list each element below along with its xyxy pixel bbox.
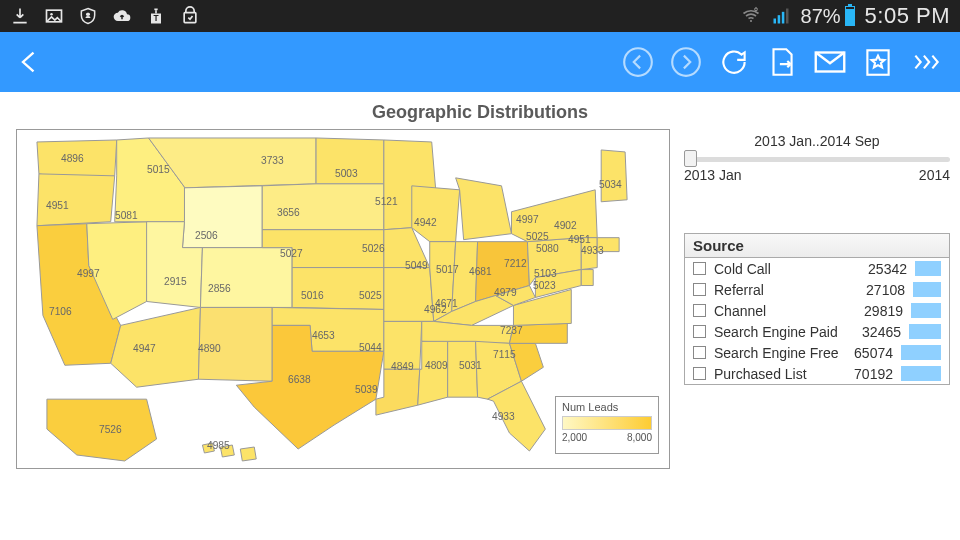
- legend-min: 2,000: [562, 432, 587, 443]
- android-status-bar: T 87% 5:05 PM: [0, 0, 960, 32]
- checkbox[interactable]: [693, 304, 706, 317]
- state-value-az: 4947: [133, 343, 156, 354]
- state-value-mo: 5025: [359, 290, 382, 301]
- source-row[interactable]: Search Engine Paid32465: [685, 321, 949, 342]
- checkbox[interactable]: [693, 346, 706, 359]
- state-value-va: 4979: [494, 287, 517, 298]
- state-ks[interactable]: [292, 268, 384, 310]
- state-value-la: 5039: [355, 384, 378, 395]
- state-mi[interactable]: [456, 178, 512, 240]
- more-button[interactable]: [902, 38, 950, 86]
- tmobile-icon: T: [146, 6, 166, 26]
- svg-point-7: [749, 20, 751, 22]
- state-value-tx: 6638: [288, 374, 311, 385]
- source-bar: [901, 366, 941, 381]
- state-value-wv: 4681: [469, 266, 492, 277]
- source-value: 70192: [843, 366, 893, 382]
- state-value-ne: 5027: [280, 248, 303, 259]
- us-map[interactable]: 4896495149977106501550812915494748902856…: [16, 129, 670, 469]
- nav-next-button[interactable]: [662, 38, 710, 86]
- svg-rect-3: [154, 9, 157, 11]
- state-ms[interactable]: [418, 341, 448, 405]
- state-wi[interactable]: [412, 186, 460, 242]
- legend-gradient: [562, 416, 652, 430]
- refresh-button[interactable]: [710, 38, 758, 86]
- svg-rect-9: [777, 15, 780, 23]
- email-button[interactable]: [806, 38, 854, 86]
- signal-icon: [771, 6, 791, 26]
- source-header: Source: [685, 234, 949, 258]
- wifi-icon: [741, 6, 761, 26]
- state-value-ca2: 7106: [49, 306, 72, 317]
- slider-max-label: 2014: [919, 167, 950, 183]
- source-name: Purchased List: [714, 366, 843, 382]
- source-bar: [915, 261, 941, 276]
- state-me[interactable]: [601, 150, 627, 202]
- state-value-pa: 5025: [526, 231, 549, 242]
- svg-rect-8: [773, 19, 776, 24]
- source-row[interactable]: Purchased List70192: [685, 363, 949, 384]
- svg-point-13: [672, 48, 700, 76]
- source-row[interactable]: Channel29819: [685, 300, 949, 321]
- state-value-wy: 2506: [195, 230, 218, 241]
- export-button[interactable]: [758, 38, 806, 86]
- state-value-nc: 7237: [500, 325, 523, 336]
- state-value-nj: 4951: [568, 234, 591, 245]
- state-value-ia: 5026: [362, 243, 385, 254]
- state-hi_3[interactable]: [240, 447, 256, 461]
- state-value-il: 5049: [405, 260, 428, 271]
- state-value-ak: 7526: [99, 424, 122, 435]
- status-left-icons: T: [10, 6, 200, 26]
- cloud-upload-icon: [112, 6, 132, 26]
- source-row[interactable]: Cold Call25342: [685, 258, 949, 279]
- battery-percent: 87%: [801, 5, 841, 28]
- state-value-de: 5023: [533, 280, 556, 291]
- slider-thumb[interactable]: [684, 150, 697, 167]
- map-legend: Num Leads 2,000 8,000: [555, 396, 659, 454]
- source-panel: Source Cold Call25342Referral27108Channe…: [684, 233, 950, 385]
- checkbox[interactable]: [693, 262, 706, 275]
- source-name: Search Engine Paid: [714, 324, 851, 340]
- state-value-or: 4951: [46, 200, 69, 211]
- source-bar: [913, 282, 941, 297]
- source-value: 27108: [855, 282, 905, 298]
- state-la[interactable]: [376, 369, 420, 415]
- favorite-button[interactable]: [854, 38, 902, 86]
- source-row[interactable]: Search Engine Free65074: [685, 342, 949, 363]
- date-range-slider[interactable]: 2013 Jan..2014 Sep 2013 Jan 2014: [684, 129, 950, 183]
- state-value-ut: 2915: [164, 276, 187, 287]
- checkbox[interactable]: [693, 325, 706, 338]
- source-value: 65074: [843, 345, 893, 361]
- source-name: Referral: [714, 282, 855, 298]
- content-area: Geographic Distributions 489649514997710…: [0, 92, 960, 540]
- state-value-mi: 4997: [516, 214, 539, 225]
- svg-rect-11: [786, 9, 789, 24]
- state-value-tn: 4962: [424, 304, 447, 315]
- shield-icon: [78, 6, 98, 26]
- app-toolbar: [0, 32, 960, 92]
- slider-min-label: 2013 Jan: [684, 167, 742, 183]
- status-right: 87% 5:05 PM: [741, 3, 950, 29]
- svg-rect-6: [184, 13, 196, 23]
- source-value: 29819: [853, 303, 903, 319]
- state-value-mn: 5121: [375, 196, 398, 207]
- nav-prev-button[interactable]: [614, 38, 662, 86]
- state-de[interactable]: [581, 270, 593, 286]
- state-value-hi: 4985: [207, 440, 230, 451]
- state-value-ms: 4849: [391, 361, 414, 372]
- state-co[interactable]: [200, 248, 292, 308]
- source-name: Search Engine Free: [714, 345, 843, 361]
- source-name: Cold Call: [714, 261, 857, 277]
- range-label: 2013 Jan..2014 Sep: [684, 133, 950, 149]
- source-row[interactable]: Referral27108: [685, 279, 949, 300]
- state-value-ct: 4933: [581, 245, 604, 256]
- state-value-ny: 4902: [554, 220, 577, 231]
- checkbox[interactable]: [693, 367, 706, 380]
- clock: 5:05 PM: [865, 3, 950, 29]
- checkbox[interactable]: [693, 283, 706, 296]
- back-button[interactable]: [10, 42, 50, 82]
- state-value-oh: 7212: [504, 258, 527, 269]
- state-value-nm: 4890: [198, 343, 221, 354]
- legend-title: Num Leads: [562, 401, 652, 413]
- state-value-ny2: 5080: [536, 243, 559, 254]
